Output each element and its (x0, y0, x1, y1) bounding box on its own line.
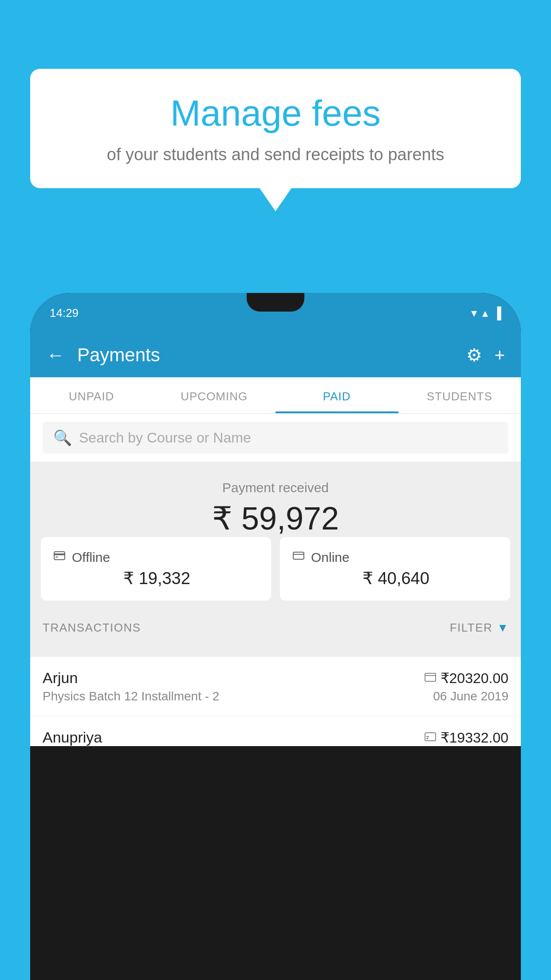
status-time: 14:29 (50, 306, 79, 320)
svg-rect-1 (54, 553, 65, 555)
phone-notch (247, 293, 304, 312)
transaction-payment-icon (425, 731, 436, 745)
svg-rect-2 (55, 557, 58, 557)
transaction-amount-wrap: ₹19332.00 (425, 729, 508, 746)
transaction-amount: ₹19332.00 (441, 729, 508, 746)
tab-students[interactable]: STUDENTS (398, 377, 521, 413)
payment-received-amount: ₹ 59,972 (30, 500, 521, 537)
tab-paid[interactable]: PAID (276, 377, 398, 413)
transaction-name: Anupriya (43, 729, 102, 746)
speech-bubble: Manage fees of your students and send re… (30, 69, 521, 188)
transaction-item[interactable]: Anupriya ₹19332.00 (30, 716, 521, 746)
filter-label: FILTER (450, 621, 493, 635)
transactions-header: TRANSACTIONS FILTER ▼ (30, 611, 521, 641)
bubble-title: Manage fees (57, 93, 494, 133)
transaction-item[interactable]: Arjun ₹20320.00 Physics Batch 12 Install… (30, 657, 521, 716)
online-card-amount: ₹ 40,640 (292, 569, 498, 588)
back-button[interactable]: ← (46, 344, 65, 366)
wifi-icon: ▾ (471, 306, 477, 320)
online-card: Online ₹ 40,640 (280, 537, 510, 601)
filter-button[interactable]: FILTER ▼ (450, 621, 508, 635)
svg-rect-8 (426, 736, 429, 737)
transaction-amount-wrap: ₹20320.00 (425, 670, 508, 687)
transaction-list: Arjun ₹20320.00 Physics Batch 12 Install… (30, 657, 521, 746)
offline-card-type: Offline (72, 550, 110, 565)
payment-received-section: Payment received ₹ 59,972 Offline ₹ (30, 462, 521, 657)
transaction-course: Physics Batch 12 Installment - 2 (43, 689, 219, 703)
phone-frame: 14:29 ▾ ▴ ▐ ← Payments ⚙ + UNPAID UPCOMI… (30, 293, 521, 980)
online-card-icon (292, 549, 305, 565)
offline-card-icon (53, 549, 66, 565)
app-bar-actions: ⚙ + (466, 345, 505, 365)
payment-cards: Offline ₹ 19,332 Online ₹ 40,640 (30, 537, 521, 611)
filter-icon: ▼ (497, 621, 508, 635)
svg-rect-3 (293, 552, 304, 559)
status-bar: 14:29 ▾ ▴ ▐ (30, 293, 521, 333)
signal-icon: ▴ (482, 306, 488, 320)
online-card-type: Online (311, 550, 350, 565)
tab-unpaid[interactable]: UNPAID (30, 377, 153, 413)
search-input-wrap[interactable]: 🔍 Search by Course or Name (43, 422, 508, 454)
transaction-payment-icon (425, 671, 436, 685)
settings-button[interactable]: ⚙ (466, 345, 482, 365)
search-input[interactable]: Search by Course or Name (79, 430, 251, 446)
payment-received-label: Payment received (30, 480, 521, 495)
search-icon: 🔍 (53, 429, 72, 447)
tab-bar: UNPAID UPCOMING PAID STUDENTS (30, 377, 521, 414)
svg-rect-5 (425, 673, 436, 681)
transaction-date: 06 June 2019 (433, 689, 508, 703)
transactions-label: TRANSACTIONS (43, 621, 141, 635)
battery-icon: ▐ (493, 306, 501, 320)
add-button[interactable]: + (495, 345, 505, 365)
app-bar: ← Payments ⚙ + (30, 333, 521, 377)
svg-rect-0 (54, 552, 65, 560)
bubble-subtitle: of your students and send receipts to pa… (57, 144, 494, 166)
status-icons: ▾ ▴ ▐ (471, 306, 501, 320)
transaction-amount: ₹20320.00 (441, 670, 508, 687)
svg-rect-9 (426, 738, 428, 739)
offline-card-amount: ₹ 19,332 (53, 569, 259, 588)
transaction-name: Arjun (43, 669, 78, 687)
offline-card: Offline ₹ 19,332 (41, 537, 271, 601)
tab-upcoming[interactable]: UPCOMING (153, 377, 276, 413)
app-bar-title: Payments (77, 344, 466, 366)
search-section: 🔍 Search by Course or Name (30, 414, 521, 462)
